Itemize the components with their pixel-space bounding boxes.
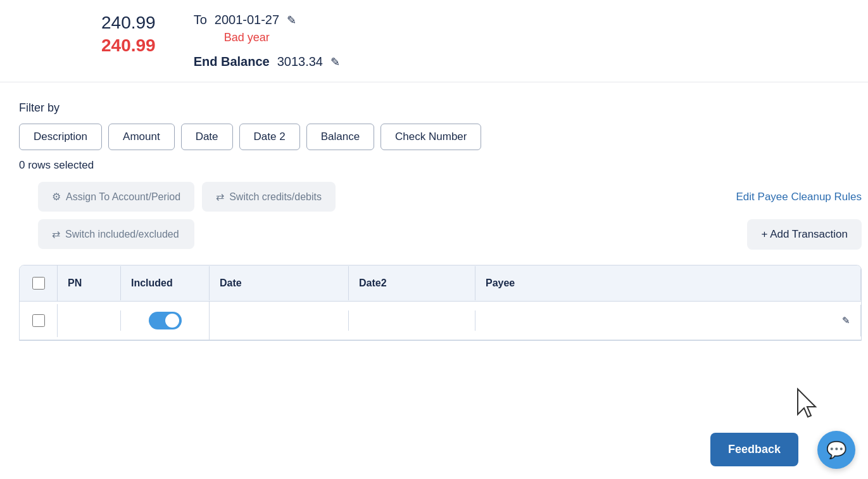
- switch-credits-label: Switch credits/debits: [229, 191, 322, 203]
- edit-date-icon[interactable]: ✎: [287, 13, 296, 27]
- td-date: [210, 310, 349, 331]
- filter-check-number-btn[interactable]: Check Number: [381, 124, 481, 150]
- td-date2: [349, 310, 475, 331]
- to-date-value: 2001-01-27: [215, 13, 279, 27]
- row-checkbox[interactable]: [32, 314, 45, 327]
- end-balance-value: 3013.34: [277, 54, 323, 69]
- filter-by-label: Filter by: [19, 101, 868, 115]
- switch-included-excluded-btn[interactable]: ⇄ Switch included/excluded: [38, 219, 194, 249]
- switch-credits-debits-btn[interactable]: ⇄ Switch credits/debits: [202, 182, 336, 212]
- chat-bubble-button[interactable]: 💬: [817, 431, 855, 469]
- switch-icon: ⇄: [216, 191, 224, 203]
- filter-balance-btn[interactable]: Balance: [306, 124, 374, 150]
- edit-end-balance-icon[interactable]: ✎: [330, 55, 340, 69]
- edit-row-icon[interactable]: ✎: [842, 315, 850, 326]
- chat-icon: 💬: [826, 440, 846, 460]
- to-row: To 2001-01-27 ✎: [194, 13, 340, 27]
- balance-amount-normal: 240.99: [101, 13, 156, 33]
- toggle-slider: [149, 312, 182, 329]
- switch-included-label: Switch included/excluded: [65, 229, 179, 240]
- filter-description-btn[interactable]: Description: [19, 124, 102, 150]
- switch-included-icon: ⇄: [52, 228, 60, 240]
- table-section: PN Included Date Date2 Payee ✎: [19, 265, 862, 341]
- feedback-button[interactable]: Feedback: [710, 433, 798, 466]
- end-balance-label: End Balance: [194, 54, 270, 69]
- balance-row: 240.99 240.99 To 2001-01-27 ✎ Bad year E…: [101, 13, 868, 69]
- filter-date-btn[interactable]: Date: [181, 124, 233, 150]
- end-balance-row: End Balance 3013.34 ✎: [194, 54, 340, 69]
- th-payee: Payee: [475, 266, 861, 300]
- filter-amount-btn[interactable]: Amount: [108, 124, 175, 150]
- table-row: ✎: [20, 302, 861, 340]
- svg-marker-0: [798, 389, 815, 417]
- td-pn: [58, 310, 121, 331]
- left-balances: 240.99 240.99: [101, 13, 156, 56]
- gear-icon: ⚙: [52, 191, 61, 203]
- edit-payee-link[interactable]: Edit Payee Cleanup Rules: [736, 191, 868, 203]
- select-all-checkbox[interactable]: [32, 277, 45, 290]
- table-header: PN Included Date Date2 Payee: [20, 265, 861, 302]
- filter-date2-btn[interactable]: Date 2: [239, 124, 300, 150]
- th-date: Date: [210, 266, 349, 300]
- mouse-cursor-icon: [795, 388, 821, 419]
- page-container: 240.99 240.99 To 2001-01-27 ✎ Bad year E…: [0, 0, 868, 479]
- rows-selected-label: 0 rows selected: [19, 159, 868, 172]
- add-transaction-btn[interactable]: + Add Transaction: [747, 219, 862, 250]
- td-included: [121, 302, 210, 340]
- included-toggle[interactable]: [149, 312, 182, 329]
- th-pn: PN: [58, 266, 121, 300]
- th-checkbox-col: [20, 265, 58, 301]
- td-payee: ✎: [475, 305, 861, 336]
- filter-section: Filter by Description Amount Date Date 2…: [19, 82, 868, 250]
- cursor-overlay: [795, 388, 821, 422]
- bad-year-text: Bad year: [224, 31, 340, 44]
- right-section: To 2001-01-27 ✎ Bad year End Balance 301…: [194, 13, 340, 69]
- assign-account-period-btn[interactable]: ⚙ Assign To Account/Period: [38, 182, 194, 212]
- filter-buttons: Description Amount Date Date 2 Balance C…: [19, 124, 868, 150]
- to-label: To: [194, 13, 207, 27]
- th-included: Included: [121, 266, 210, 300]
- td-checkbox: [20, 304, 58, 337]
- balance-amount-red: 240.99: [101, 35, 156, 56]
- top-section: 240.99 240.99 To 2001-01-27 ✎ Bad year E…: [0, 0, 868, 82]
- th-date2: Date2: [349, 266, 475, 300]
- assign-btn-label: Assign To Account/Period: [66, 191, 180, 203]
- actions-area: ⚙ Assign To Account/Period ⇄ Switch cred…: [38, 182, 868, 250]
